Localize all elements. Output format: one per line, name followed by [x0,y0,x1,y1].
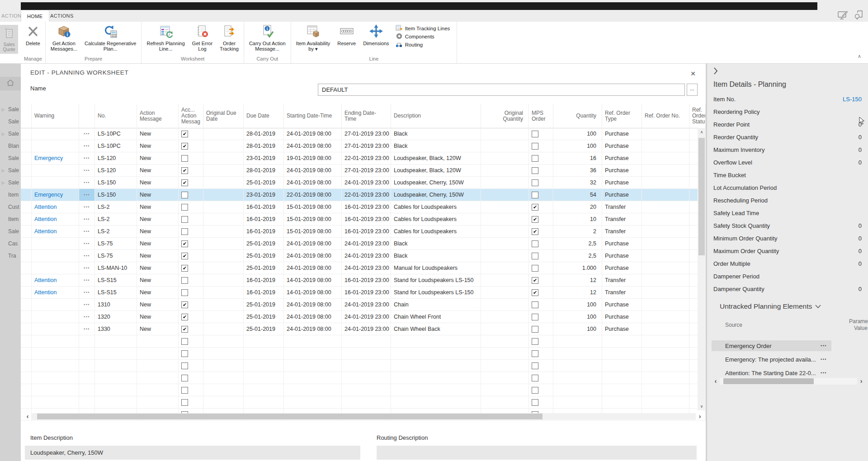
cell-action[interactable]: New [137,250,179,262]
cell-sel[interactable] [21,262,32,274]
cell-desc[interactable]: Loudspeaker, Cherry, 150W [391,189,481,201]
ellipsis-icon[interactable]: ••• [79,128,95,140]
warning-link[interactable]: Attention [32,274,79,286]
mps-checkbox[interactable] [532,399,538,406]
cell-no[interactable]: LS-75 [95,238,137,249]
cell-orig_due[interactable] [203,250,244,262]
mps-checkbox[interactable] [532,338,538,345]
cell-orig_qty[interactable] [481,165,529,176]
accept-checkbox[interactable] [181,387,188,394]
cell-ref_type[interactable]: Transfer [602,213,642,225]
scroll-right-icon[interactable]: › [857,377,865,385]
cell-action[interactable]: New [137,213,179,225]
cell-desc[interactable]: Manual for Loudspeakers [391,262,481,274]
cell-mps[interactable] [529,311,553,323]
table-row[interactable]: •••LS-150New25-01-201924-01-2019 08:0024… [21,177,706,189]
cell-orig_due[interactable] [203,128,244,140]
table-row[interactable]: Emergency•••LS-150New23-01-201922-01-201… [21,189,706,201]
cell-orig_qty[interactable] [481,189,529,201]
cell-no[interactable]: 1330 [95,323,137,335]
cell-ref_no[interactable] [642,287,689,298]
sidebar-item[interactable]: Sale [0,154,21,163]
cell-end[interactable]: 16-01-2019 23:00 [342,287,391,298]
vertical-scrollbar[interactable]: ∧ ∨ [698,128,706,410]
cell-due[interactable]: 16-01-2019 [244,274,284,286]
cell-no[interactable]: 1320 [95,311,137,323]
cell-desc[interactable]: Stand for Loudspeakers LS-150 [391,287,481,298]
cell-qty[interactable]: 2,5 [553,238,602,249]
cell-start[interactable]: 14-01-2019 08:00 [284,287,342,298]
cell-start[interactable]: 15-01-2019 08:00 [284,226,342,237]
cell-orig_due[interactable] [203,177,244,188]
cell-qty[interactable]: 10 [553,213,602,225]
cell-ref_no[interactable] [642,165,689,176]
mps-checkbox[interactable] [532,314,538,320]
cell-orig_qty[interactable] [481,299,529,310]
cell-ref_no[interactable] [642,213,689,225]
table-row[interactable]: Attention•••LS-S15New16-01-201914-01-201… [21,287,706,299]
cell-orig_due[interactable] [203,274,244,286]
ellipsis-icon[interactable]: ••• [79,287,95,298]
table-row[interactable]: Attention•••LS-2New16-01-201915-01-2019 … [21,226,706,238]
cell-ref_type[interactable]: Purchase [602,165,642,176]
ribbon-item-components[interactable]: Components [396,33,450,41]
table-row[interactable] [21,360,706,372]
cell-sel[interactable] [21,238,32,249]
mps-checkbox[interactable] [532,155,538,162]
accept-checkbox[interactable] [181,326,188,333]
cell-qty[interactable]: 100 [553,128,602,140]
cell-due[interactable]: 28-01-2019 [244,140,284,152]
ellipsis-icon[interactable]: ••• [79,226,95,237]
worksheet-name-input[interactable] [318,84,685,96]
untracked-horizontal-scrollbar[interactable]: ‹ › [712,377,865,385]
cell-orig_qty[interactable] [481,287,529,298]
cell-orig_qty[interactable] [481,152,529,164]
cell-qty[interactable]: 2,5 [553,250,602,262]
cell-qty[interactable]: 100 [553,299,602,310]
help-icon[interactable] [852,10,866,22]
cell-orig_due[interactable] [203,287,244,298]
table-row[interactable] [21,396,706,409]
cell-end[interactable]: 24-01-2019 23:00 [342,250,391,262]
cell-mps[interactable] [529,323,553,335]
cell-due[interactable]: 25-01-2019 [244,177,284,188]
cell-ref_type[interactable]: Purchase [602,177,642,188]
warning-link[interactable]: Emergency [32,152,79,164]
cell-accept[interactable] [179,274,203,286]
accept-checkbox[interactable] [181,228,188,235]
cell-orig_due[interactable] [203,238,244,249]
cell-mps[interactable] [529,250,553,262]
scroll-right-icon[interactable]: › [696,413,704,420]
cell-desc[interactable]: Cables for Loudspeakers [391,226,481,237]
scroll-down-icon[interactable]: ∨ [698,402,706,410]
cell-ref_no[interactable] [642,152,689,164]
ellipsis-icon[interactable]: ••• [79,201,95,213]
cell-orig_due[interactable] [203,226,244,237]
cell-sel[interactable] [21,323,32,335]
ribbon-button-refresh-planning[interactable]: Refresh Planning Line... [143,22,188,52]
cell-orig_qty[interactable] [481,250,529,262]
accept-checkbox[interactable] [181,155,188,162]
ellipsis-icon[interactable]: ••• [821,357,831,362]
sidebar-item[interactable]: Item [0,215,21,224]
cell-qty[interactable]: 36 [553,165,602,176]
column-header-ref_no[interactable]: Ref. Order No. [642,104,689,128]
column-header-desc[interactable]: Description [391,104,481,128]
cell-mps[interactable] [529,287,553,298]
cell-due[interactable]: 25-01-2019 [244,250,284,262]
cell-mps[interactable] [529,165,553,176]
cell-desc[interactable]: Cables for Loudspeakers [391,201,481,213]
table-row[interactable] [21,372,706,384]
ribbon-button-item-availability[interactable]: Item Availability by ▾ [292,22,334,52]
cell-action[interactable]: New [137,226,179,237]
sidebar-item[interactable]: Blan [0,141,21,151]
cell-desc[interactable]: Loudspeaker, Cherry, 150W [391,177,481,188]
table-row[interactable]: •••LS-10PCNew28-01-201924-01-2019 08:002… [21,128,706,140]
cell-desc[interactable]: Chain Wheel Front [391,311,481,323]
warning-link[interactable]: Attention [32,213,79,225]
cell-no[interactable]: LS-MAN-10 [95,262,137,274]
cell-start[interactable]: 14-01-2019 08:00 [284,274,342,286]
cell-orig_due[interactable] [203,299,244,310]
ribbon-item-item-tracking-lines[interactable]: Item Tracking Lines [396,24,450,33]
ribbon-button-calculate-regenerative[interactable]: Calculate Regenerative Plan... [81,22,140,52]
